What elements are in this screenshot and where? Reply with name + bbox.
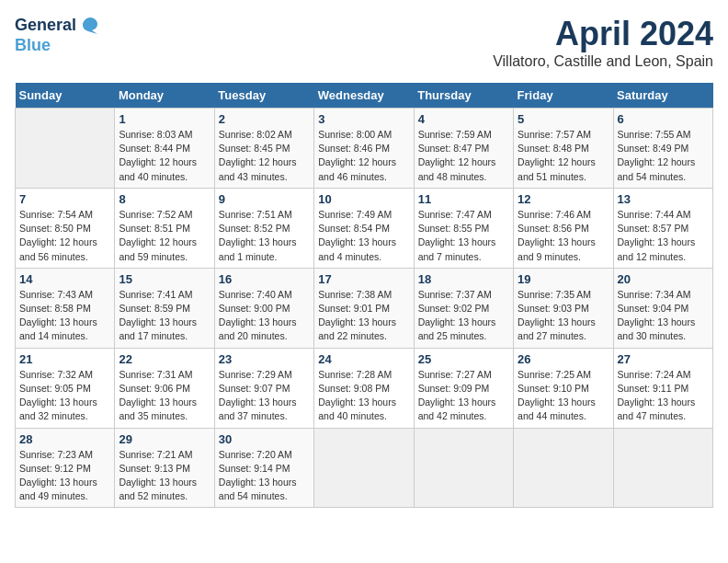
calendar-day-header: Tuesday xyxy=(214,83,313,109)
day-info: Sunrise: 8:02 AMSunset: 8:45 PMDaylight:… xyxy=(219,128,310,184)
calendar-cell: 12 Sunrise: 7:46 AMSunset: 8:56 PMDaylig… xyxy=(514,188,613,268)
page-header: General Blue April 2024 Villatoro, Casti… xyxy=(15,15,713,75)
day-info: Sunrise: 7:20 AMSunset: 9:14 PMDaylight:… xyxy=(219,448,310,504)
day-info: Sunrise: 7:43 AMSunset: 8:58 PMDaylight:… xyxy=(19,288,110,344)
calendar-cell: 16 Sunrise: 7:40 AMSunset: 9:00 PMDaylig… xyxy=(214,268,313,348)
day-info: Sunrise: 7:54 AMSunset: 8:50 PMDaylight:… xyxy=(19,208,110,264)
day-info: Sunrise: 7:49 AMSunset: 8:54 PMDaylight:… xyxy=(318,208,409,264)
day-info: Sunrise: 7:34 AMSunset: 9:04 PMDaylight:… xyxy=(618,288,709,344)
calendar-cell: 25 Sunrise: 7:27 AMSunset: 9:09 PMDaylig… xyxy=(414,348,513,428)
day-info: Sunrise: 7:46 AMSunset: 8:56 PMDaylight:… xyxy=(518,208,609,264)
day-info: Sunrise: 8:03 AMSunset: 8:44 PMDaylight:… xyxy=(119,128,210,184)
calendar-cell: 18 Sunrise: 7:37 AMSunset: 9:02 PMDaylig… xyxy=(414,268,513,348)
calendar-week-row: 28 Sunrise: 7:23 AMSunset: 9:12 PMDaylig… xyxy=(16,428,713,508)
calendar-cell: 1 Sunrise: 8:03 AMSunset: 8:44 PMDayligh… xyxy=(115,109,214,189)
day-number: 14 xyxy=(19,272,110,286)
calendar-week-row: 7 Sunrise: 7:54 AMSunset: 8:50 PMDayligh… xyxy=(16,188,713,268)
day-number: 21 xyxy=(19,352,110,366)
calendar-cell: 26 Sunrise: 7:25 AMSunset: 9:10 PMDaylig… xyxy=(514,348,613,428)
calendar-cell: 29 Sunrise: 7:21 AMSunset: 9:13 PMDaylig… xyxy=(115,428,214,508)
day-number: 8 xyxy=(119,192,210,206)
day-info: Sunrise: 7:32 AMSunset: 9:05 PMDaylight:… xyxy=(19,368,110,424)
calendar-cell: 2 Sunrise: 8:02 AMSunset: 8:45 PMDayligh… xyxy=(214,109,313,189)
day-info: Sunrise: 7:55 AMSunset: 8:49 PMDaylight:… xyxy=(618,128,709,184)
calendar-day-header: Wednesday xyxy=(314,83,414,109)
day-info: Sunrise: 7:40 AMSunset: 9:00 PMDaylight:… xyxy=(219,288,310,344)
day-number: 23 xyxy=(219,352,310,366)
calendar-cell: 3 Sunrise: 8:00 AMSunset: 8:46 PMDayligh… xyxy=(314,109,414,189)
calendar-cell: 15 Sunrise: 7:41 AMSunset: 8:59 PMDaylig… xyxy=(115,268,214,348)
calendar-cell: 24 Sunrise: 7:28 AMSunset: 9:08 PMDaylig… xyxy=(314,348,414,428)
day-info: Sunrise: 7:31 AMSunset: 9:06 PMDaylight:… xyxy=(119,368,210,424)
calendar-table: SundayMondayTuesdayWednesdayThursdayFrid… xyxy=(15,83,713,508)
calendar-cell: 20 Sunrise: 7:34 AMSunset: 9:04 PMDaylig… xyxy=(613,268,712,348)
calendar-cell xyxy=(613,428,712,508)
day-info: Sunrise: 8:00 AMSunset: 8:46 PMDaylight:… xyxy=(318,128,409,184)
calendar-cell: 13 Sunrise: 7:44 AMSunset: 8:57 PMDaylig… xyxy=(613,188,712,268)
calendar-day-header: Sunday xyxy=(16,83,115,109)
day-info: Sunrise: 7:23 AMSunset: 9:12 PMDaylight:… xyxy=(19,448,110,504)
calendar-cell: 23 Sunrise: 7:29 AMSunset: 9:07 PMDaylig… xyxy=(214,348,313,428)
calendar-cell xyxy=(414,428,513,508)
logo: General Blue xyxy=(15,15,101,55)
calendar-cell: 9 Sunrise: 7:51 AMSunset: 8:52 PMDayligh… xyxy=(214,188,313,268)
day-number: 13 xyxy=(618,192,709,206)
title-section: April 2024 Villatoro, Castille and Leon,… xyxy=(493,15,713,70)
day-info: Sunrise: 7:35 AMSunset: 9:03 PMDaylight:… xyxy=(518,288,609,344)
day-number: 29 xyxy=(119,432,210,446)
logo-text: General Blue xyxy=(15,15,101,55)
day-number: 17 xyxy=(318,272,409,286)
day-info: Sunrise: 7:25 AMSunset: 9:10 PMDaylight:… xyxy=(518,368,609,424)
calendar-cell xyxy=(16,109,115,189)
logo-bird-icon xyxy=(79,15,101,37)
calendar-cell: 6 Sunrise: 7:55 AMSunset: 8:49 PMDayligh… xyxy=(613,109,712,189)
day-number: 30 xyxy=(219,432,310,446)
subtitle: Villatoro, Castille and Leon, Spain xyxy=(493,53,713,70)
day-number: 22 xyxy=(119,352,210,366)
calendar-cell xyxy=(314,428,414,508)
day-info: Sunrise: 7:38 AMSunset: 9:01 PMDaylight:… xyxy=(318,288,409,344)
day-number: 19 xyxy=(518,272,609,286)
day-info: Sunrise: 7:52 AMSunset: 8:51 PMDaylight:… xyxy=(119,208,210,264)
day-number: 2 xyxy=(219,112,310,126)
day-number: 25 xyxy=(418,352,509,366)
day-number: 11 xyxy=(418,192,509,206)
day-number: 6 xyxy=(618,112,709,126)
calendar-cell xyxy=(514,428,613,508)
calendar-cell: 21 Sunrise: 7:32 AMSunset: 9:05 PMDaylig… xyxy=(16,348,115,428)
calendar-cell: 14 Sunrise: 7:43 AMSunset: 8:58 PMDaylig… xyxy=(16,268,115,348)
day-number: 15 xyxy=(119,272,210,286)
calendar-cell: 7 Sunrise: 7:54 AMSunset: 8:50 PMDayligh… xyxy=(16,188,115,268)
main-title: April 2024 xyxy=(493,15,713,53)
day-number: 12 xyxy=(518,192,609,206)
day-number: 3 xyxy=(318,112,409,126)
day-info: Sunrise: 7:29 AMSunset: 9:07 PMDaylight:… xyxy=(219,368,310,424)
day-info: Sunrise: 7:21 AMSunset: 9:13 PMDaylight:… xyxy=(119,448,210,504)
calendar-header-row: SundayMondayTuesdayWednesdayThursdayFrid… xyxy=(16,83,713,109)
calendar-cell: 30 Sunrise: 7:20 AMSunset: 9:14 PMDaylig… xyxy=(214,428,313,508)
calendar-week-row: 1 Sunrise: 8:03 AMSunset: 8:44 PMDayligh… xyxy=(16,109,713,189)
day-number: 4 xyxy=(418,112,509,126)
day-number: 24 xyxy=(318,352,409,366)
day-number: 7 xyxy=(19,192,110,206)
calendar-day-header: Monday xyxy=(115,83,214,109)
day-number: 20 xyxy=(618,272,709,286)
calendar-cell: 8 Sunrise: 7:52 AMSunset: 8:51 PMDayligh… xyxy=(115,188,214,268)
calendar-day-header: Saturday xyxy=(613,83,712,109)
day-info: Sunrise: 7:27 AMSunset: 9:09 PMDaylight:… xyxy=(418,368,509,424)
day-info: Sunrise: 7:37 AMSunset: 9:02 PMDaylight:… xyxy=(418,288,509,344)
calendar-cell: 17 Sunrise: 7:38 AMSunset: 9:01 PMDaylig… xyxy=(314,268,414,348)
calendar-week-row: 21 Sunrise: 7:32 AMSunset: 9:05 PMDaylig… xyxy=(16,348,713,428)
calendar-cell: 22 Sunrise: 7:31 AMSunset: 9:06 PMDaylig… xyxy=(115,348,214,428)
calendar-week-row: 14 Sunrise: 7:43 AMSunset: 8:58 PMDaylig… xyxy=(16,268,713,348)
day-number: 18 xyxy=(418,272,509,286)
day-number: 26 xyxy=(518,352,609,366)
day-info: Sunrise: 7:24 AMSunset: 9:11 PMDaylight:… xyxy=(618,368,709,424)
day-info: Sunrise: 7:47 AMSunset: 8:55 PMDaylight:… xyxy=(418,208,509,264)
day-number: 5 xyxy=(518,112,609,126)
calendar-cell: 11 Sunrise: 7:47 AMSunset: 8:55 PMDaylig… xyxy=(414,188,513,268)
calendar-cell: 10 Sunrise: 7:49 AMSunset: 8:54 PMDaylig… xyxy=(314,188,414,268)
day-info: Sunrise: 7:57 AMSunset: 8:48 PMDaylight:… xyxy=(518,128,609,184)
day-number: 10 xyxy=(318,192,409,206)
day-number: 27 xyxy=(618,352,709,366)
